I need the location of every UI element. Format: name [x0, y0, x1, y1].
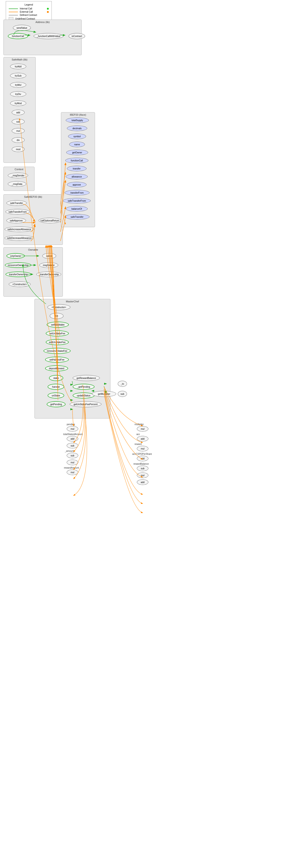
node-isContract[interactable]: isContract: [68, 33, 85, 39]
node-mul-p[interactable]: mul: [67, 426, 78, 432]
node-trySub[interactable]: trySub: [10, 73, 26, 79]
label-accCSPDPerShare: accCSPDPerShare: [132, 453, 152, 455]
node-msgData[interactable]: _msgData: [8, 181, 26, 187]
node-setUnStakeFee[interactable]: setUnStakeFee: [46, 331, 69, 336]
node-sendValue[interactable]: sendValue: [13, 25, 31, 31]
node-getRewardBalance[interactable]: getRewardBalance: [73, 375, 100, 381]
node-unStake-m[interactable]: unStake: [48, 393, 64, 399]
node-add-cspd[interactable]: add: [137, 456, 148, 461]
node-approve-i[interactable]: approve: [67, 182, 87, 187]
ibep20-container: IBEP20 (iface) totalSupply decimals symb…: [61, 112, 95, 227]
node-transferOwnership[interactable]: transferOwnership: [5, 272, 31, 277]
node-decimals[interactable]: decimals: [67, 126, 87, 131]
node-renounceOwnership[interactable]: renounceOwnership: [5, 262, 31, 268]
node-addUnStakeFee[interactable]: addUnStakeFee: [46, 339, 69, 345]
node-safeTransferFrom-i[interactable]: safeTransferFrom: [63, 198, 91, 204]
node-stake-m[interactable]: stake: [49, 375, 63, 381]
node-sub-a[interactable]: sub: [67, 453, 78, 458]
node-removeUnStakeFee[interactable]: removeUnStakeFee: [43, 348, 71, 354]
label-amount: _amount: [65, 450, 83, 452]
node-safeDecreaseAllowance[interactable]: safeDecreaseAllowance: [5, 235, 34, 241]
node-getPending-m[interactable]: getPending: [47, 401, 66, 407]
node-setFeeWallet[interactable]: setFeeWallet: [47, 322, 69, 328]
node-functionCall-i[interactable]: functionCall: [65, 158, 88, 163]
label-pending: pending: [67, 423, 83, 426]
ibep20-title: IBEP20 (iface): [61, 113, 95, 117]
node-functionCall[interactable]: functionCall: [8, 33, 28, 39]
node-sub-rb[interactable]: sub: [137, 466, 148, 471]
node-mul-m[interactable]: mul: [137, 426, 148, 432]
node-getOwner[interactable]: getOwner: [66, 150, 88, 155]
node-onlyOwner[interactable]: onlyOwner: [6, 253, 25, 259]
main-canvas: Legend Internal Call External Call Defin…: [0, 0, 282, 868]
node-mul-rb2[interactable]: mul: [137, 472, 148, 478]
node-init-m[interactable]: init: [50, 313, 63, 319]
node-transfer-i[interactable]: transfer: [67, 166, 87, 171]
node-totalSupply[interactable]: totalSupply: [66, 118, 89, 123]
node-safeTransfer-i[interactable]: safeTransfer: [65, 214, 90, 220]
masterchef-container: MasterChef <Constructor> init setFeeWall…: [34, 299, 111, 418]
node-add-t[interactable]: add: [67, 436, 78, 441]
node-owner-o[interactable]: owner: [42, 253, 56, 259]
safebep20-container: SafeBEP20 (lib) safeTransfer safeTransfe…: [3, 194, 63, 245]
node-safeTransferFrom-s[interactable]: safeTransferFrom: [5, 209, 30, 215]
node-sub-t[interactable]: sub: [67, 443, 78, 448]
node-getUnStakeFeePercent[interactable]: getUnStakeFeePercent: [70, 401, 101, 407]
internal-dot: [47, 8, 49, 10]
legend-item-internal: Internal Call: [9, 7, 49, 10]
external-call-line: [9, 12, 18, 12]
node-allowance-i[interactable]: allowance: [66, 174, 88, 179]
context-title: Context: [4, 167, 34, 171]
node-mul-rw[interactable]: mul: [137, 446, 148, 452]
node-callOptionalReturn[interactable]: callOptionalReturn: [39, 218, 61, 223]
node-balanceOf-i[interactable]: balanceOf: [66, 206, 88, 212]
node-add-rb3[interactable]: add: [137, 479, 148, 485]
label-acc: acc: [136, 433, 152, 435]
label-multiplier: multiplier: [134, 423, 152, 426]
node-harvest-m[interactable]: harvest: [48, 384, 64, 390]
node-safeApprove[interactable]: safeApprove: [6, 218, 26, 223]
node-sub[interactable]: sub: [12, 119, 25, 124]
node-symbol[interactable]: symbol: [68, 133, 86, 139]
node-tryDiv[interactable]: tryDiv: [10, 91, 26, 97]
node-transferOwnership-priv[interactable]: _transferOwnership: [36, 272, 61, 277]
node-constructor-m[interactable]: <Constructor>: [48, 304, 70, 310]
node-add-acc[interactable]: add: [137, 436, 148, 441]
node-tryMod[interactable]: tryMod: [10, 100, 26, 106]
node-functionCallWithValue[interactable]: _functionCallWithValue: [34, 33, 63, 39]
node-setHarvestFee[interactable]: setHarvestFee: [45, 356, 69, 363]
node-name-i[interactable]: name: [69, 142, 85, 147]
node-tryAdd[interactable]: tryAdd: [10, 64, 26, 69]
context-container: Context _msgSender _msgData: [3, 167, 34, 191]
safemath-title: SafeMath (lib): [4, 57, 35, 61]
safebep20-title: SafeBEP20 (lib): [4, 194, 63, 199]
node-mul[interactable]: mul: [12, 128, 25, 133]
internal-call-line: [9, 8, 18, 9]
node-safeTransfer-s[interactable]: safeTransfer: [6, 200, 27, 206]
node-transferFrom-i[interactable]: transferFrom: [65, 190, 90, 195]
internal-call-label: Internal Call: [20, 7, 32, 10]
node-sub-right[interactable]: sub: [118, 391, 127, 397]
node-add[interactable]: add: [12, 110, 25, 115]
node-safeIncreaseAllowance[interactable]: safeIncreaseAllowance: [5, 226, 34, 232]
node-constructor-o[interactable]: <Constructor>: [9, 281, 31, 287]
node-mul-a[interactable]: mul: [67, 460, 78, 465]
node-getPending-internal[interactable]: _getPending: [73, 384, 95, 390]
ownable-container: Ownable onlyOwner owner renounceOwnershi…: [3, 247, 63, 297]
node-depositReward[interactable]: depositReward: [45, 365, 68, 371]
node-mod[interactable]: mod: [12, 147, 25, 152]
node-mul-ra[interactable]: mul: [67, 469, 78, 475]
node-to[interactable]: _to: [118, 381, 127, 387]
node-tryMul[interactable]: tryMul: [10, 82, 26, 88]
node-msgSender-o[interactable]: msgSender: [39, 262, 58, 268]
node-getMultiplier[interactable]: getMultiplier: [92, 391, 116, 397]
legend-item-external: External Call: [9, 10, 49, 13]
safemath-container: SafeMath (lib) tryAdd trySub tryMul tryD…: [3, 57, 36, 163]
ownable-title: Ownable: [4, 247, 63, 252]
node-msgSender[interactable]: _msgSender: [8, 173, 28, 178]
bottom-left-cluster: pending mul totalStakedAmount add sub _a…: [62, 423, 83, 476]
node-div[interactable]: div: [12, 137, 25, 143]
node-updateStatus[interactable]: updateStatus: [73, 393, 95, 399]
legend-title: Legend: [9, 3, 49, 6]
external-call-label: External Call: [20, 10, 33, 13]
